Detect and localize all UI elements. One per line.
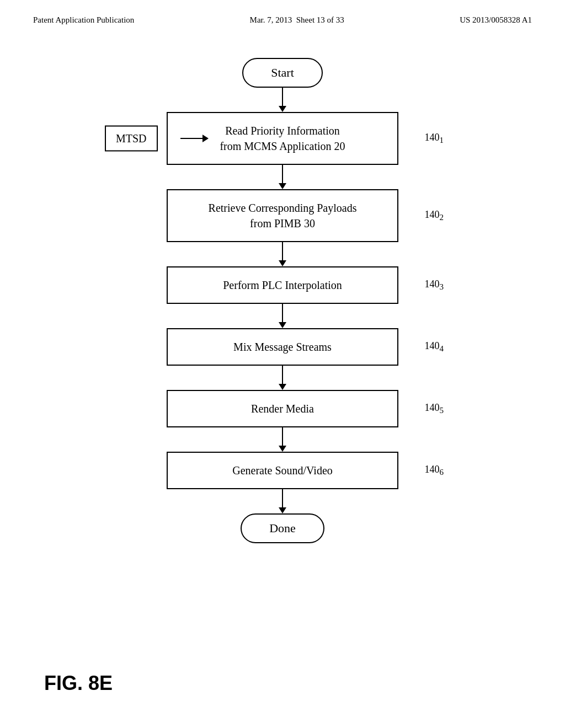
arrow-head-7: [279, 507, 286, 513]
step-5-label: 1405: [425, 402, 444, 416]
start-row: Start: [89, 58, 476, 88]
arrow-line-5: [282, 366, 283, 384]
arrow-head-3: [279, 260, 286, 266]
arrow-6: [279, 427, 286, 452]
step-1-label: 1401: [425, 132, 444, 146]
arrow-7: [279, 489, 286, 513]
step-1-row: MTSD Read Priority Informationfrom MCMS …: [89, 112, 476, 165]
arrow-line-3: [282, 242, 283, 260]
step-4-row: Mix Message Streams 1404: [89, 328, 476, 366]
done-box: Done: [241, 513, 324, 543]
diagram-area: Start MTSD Read Priority Informationfrom…: [0, 58, 565, 543]
step-6-label: 1406: [425, 464, 444, 478]
mtsd-arrow-head: [202, 135, 209, 142]
mtsd-to-step-arrow: [180, 135, 209, 142]
arrow-head-4: [279, 322, 286, 328]
arrow-line-4: [282, 304, 283, 322]
step-6-box: Generate Sound/Video: [167, 452, 398, 489]
arrow-head-6: [279, 446, 286, 452]
arrow-head-5: [279, 384, 286, 390]
step-3-label: 1403: [425, 279, 444, 292]
mtsd-box: MTSD: [105, 126, 158, 152]
arrow-head-2: [279, 183, 286, 189]
done-row: Done: [89, 513, 476, 543]
figure-label: FIG. 8E: [44, 672, 113, 695]
arrow-1: [279, 88, 286, 112]
step-3-row: Perform PLC Interpolation 1403: [89, 266, 476, 304]
step-4-box: Mix Message Streams: [167, 328, 398, 366]
arrow-line-7: [282, 489, 283, 507]
header-left: Patent Application Publication: [33, 15, 134, 25]
step-5-box: Render Media: [167, 390, 398, 427]
arrow-line-1: [282, 88, 283, 106]
step-5-row: Render Media 1405: [89, 390, 476, 427]
page-header: Patent Application Publication Mar. 7, 2…: [0, 0, 565, 25]
step-2-label: 1402: [425, 209, 444, 223]
header-right: US 2013/0058328 A1: [460, 15, 532, 25]
step-6-row: Generate Sound/Video 1406: [89, 452, 476, 489]
flow-container: Start MTSD Read Priority Informationfrom…: [89, 58, 476, 543]
arrow-line-6: [282, 427, 283, 446]
arrow-3: [279, 242, 286, 266]
arrow-head-1: [279, 106, 286, 112]
step-4-label: 1404: [425, 340, 444, 354]
step-2-row: Retrieve Corresponding Payloadsfrom PIMB…: [89, 189, 476, 242]
step-2-box: Retrieve Corresponding Payloadsfrom PIMB…: [167, 189, 398, 242]
arrow-line-2: [282, 165, 283, 183]
arrow-5: [279, 366, 286, 390]
header-center: Mar. 7, 2013 Sheet 13 of 33: [250, 15, 344, 25]
arrow-2: [279, 165, 286, 189]
start-box: Start: [242, 58, 323, 88]
mtsd-arrow-line: [180, 138, 202, 139]
step-3-box: Perform PLC Interpolation: [167, 266, 398, 304]
arrow-4: [279, 304, 286, 328]
